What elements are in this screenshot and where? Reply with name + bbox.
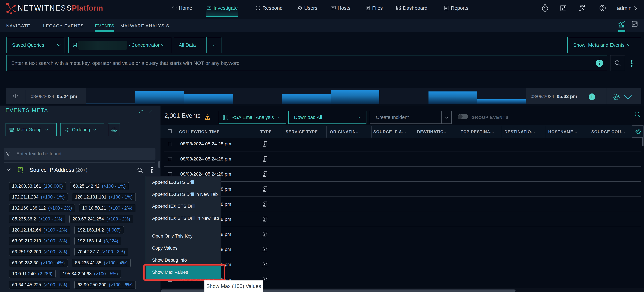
svg-text:A: A — [67, 127, 68, 129]
svg-text:IP: IP — [19, 168, 21, 170]
svg-text:Z: Z — [67, 130, 68, 132]
